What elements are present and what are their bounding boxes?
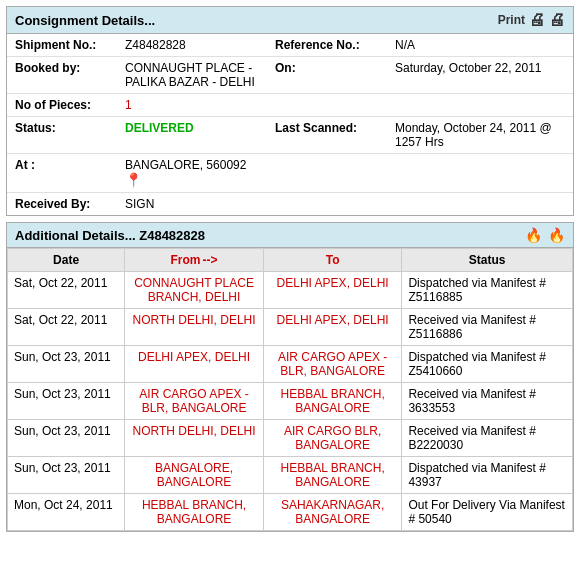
table-row: Mon, Oct 24, 2011HEBBAL BRANCH, BANGALOR… — [8, 494, 573, 531]
row-status: Dispatched via Manifest # Z5410660 — [402, 346, 573, 383]
row-status: Received via Manifest # 3633553 — [402, 383, 573, 420]
col-to-header: To — [263, 249, 402, 272]
pieces-label: No of Pieces: — [7, 94, 117, 117]
booked-by-label: Booked by: — [7, 57, 117, 94]
at-value: BANGALORE, 560092 📍 — [117, 154, 267, 193]
row-to: HEBBAL BRANCH, BANGALORE — [263, 457, 402, 494]
row-to: HEBBAL BRANCH, BANGALORE — [263, 383, 402, 420]
table-row: Sat, Oct 22, 2011CONNAUGHT PLACE BRANCH,… — [8, 272, 573, 309]
row-to: DELHI APEX, DELHI — [263, 309, 402, 346]
on-label: On: — [267, 57, 387, 94]
additional-title: Additional Details... Z48482828 — [15, 228, 205, 243]
table-row: Sun, Oct 23, 2011NORTH DELHI, DELHIAIR C… — [8, 420, 573, 457]
consignment-section: Consignment Details... Print 🖨 🖨 Shipmen… — [6, 6, 574, 216]
row-date: Sat, Oct 22, 2011 — [8, 272, 125, 309]
print-label: Print — [498, 13, 525, 27]
row-status: Out For Delivery Via Manifest # 50540 — [402, 494, 573, 531]
row-from: NORTH DELHI, DELHI — [125, 309, 264, 346]
print-icon2[interactable]: 🖨 — [549, 11, 565, 29]
printer-icon[interactable]: 🖨 — [529, 11, 545, 29]
last-scanned-label: Last Scanned: — [267, 117, 387, 154]
pieces-value: 1 — [117, 94, 267, 117]
at-row: At : BANGALORE, 560092 📍 — [7, 154, 573, 193]
reference-no-value: N/A — [387, 34, 573, 57]
row-to: SAHAKARNAGAR, BANGALORE — [263, 494, 402, 531]
row-from: BANGALORE, BANGALORE — [125, 457, 264, 494]
col-status-header: Status — [402, 249, 573, 272]
on-value: Saturday, October 22, 2011 — [387, 57, 573, 94]
flame-icon2: 🔥 — [548, 227, 565, 243]
row-from: NORTH DELHI, DELHI — [125, 420, 264, 457]
row-from: CONNAUGHT PLACE BRANCH, DELHI — [125, 272, 264, 309]
table-row: Sun, Oct 23, 2011AIR CARGO APEX - BLR, B… — [8, 383, 573, 420]
received-by-label: Received By: — [7, 193, 117, 216]
row-from: DELHI APEX, DELHI — [125, 346, 264, 383]
table-row: Sun, Oct 23, 2011BANGALORE, BANGALOREHEB… — [8, 457, 573, 494]
row-to: AIR CARGO BLR, BANGALORE — [263, 420, 402, 457]
row-date: Sat, Oct 22, 2011 — [8, 309, 125, 346]
reference-no-label: Reference No.: — [267, 34, 387, 57]
row-status: Dispatched via Manifest # Z5116885 — [402, 272, 573, 309]
row-from: HEBBAL BRANCH, BANGALORE — [125, 494, 264, 531]
details-table: Date From --> To Status Sat, Oct 22, 201… — [7, 248, 573, 531]
status-value: DELIVERED — [117, 117, 267, 154]
shipment-no-label: Shipment No.: — [7, 34, 117, 57]
received-row: Received By: SIGN — [7, 193, 573, 216]
status-label: Status: — [7, 117, 117, 154]
row-date: Sun, Oct 23, 2011 — [8, 457, 125, 494]
shipment-no-value: Z48482828 — [117, 34, 267, 57]
consignment-title: Consignment Details... — [15, 13, 155, 28]
pieces-row: No of Pieces: 1 — [7, 94, 573, 117]
row-date: Mon, Oct 24, 2011 — [8, 494, 125, 531]
header-icons: 🔥 🔥 — [525, 227, 565, 243]
row-from: AIR CARGO APEX - BLR, BANGALORE — [125, 383, 264, 420]
table-row: Sat, Oct 22, 2011NORTH DELHI, DELHIDELHI… — [8, 309, 573, 346]
row-status: Received via Manifest # Z5116886 — [402, 309, 573, 346]
table-header-row: Date From --> To Status — [8, 249, 573, 272]
additional-section: Additional Details... Z48482828 🔥 🔥 Date… — [6, 222, 574, 532]
status-row: Status: DELIVERED Last Scanned: Monday, … — [7, 117, 573, 154]
col-from-header: From --> — [125, 249, 264, 272]
booked-by-value: CONNAUGHT PLACE - PALIKA BAZAR - DELHI — [117, 57, 267, 94]
col-date-header: Date — [8, 249, 125, 272]
row-to: AIR CARGO APEX - BLR, BANGALORE — [263, 346, 402, 383]
pin-icon: 📍 — [125, 172, 142, 188]
table-row: Sun, Oct 23, 2011DELHI APEX, DELHIAIR CA… — [8, 346, 573, 383]
consignment-table: Shipment No.: Z48482828 Reference No.: N… — [7, 34, 573, 215]
row-date: Sun, Oct 23, 2011 — [8, 383, 125, 420]
print-area: Print 🖨 🖨 — [498, 11, 565, 29]
row-status: Dispatched via Manifest # 43937 — [402, 457, 573, 494]
booked-row: Booked by: CONNAUGHT PLACE - PALIKA BAZA… — [7, 57, 573, 94]
row-date: Sun, Oct 23, 2011 — [8, 346, 125, 383]
flame-icon1: 🔥 — [525, 227, 542, 243]
consignment-header: Consignment Details... Print 🖨 🖨 — [7, 7, 573, 34]
at-label: At : — [7, 154, 117, 193]
received-by-value: SIGN — [117, 193, 267, 216]
row-date: Sun, Oct 23, 2011 — [8, 420, 125, 457]
additional-header: Additional Details... Z48482828 🔥 🔥 — [7, 223, 573, 248]
row-to: DELHI APEX, DELHI — [263, 272, 402, 309]
shipment-row: Shipment No.: Z48482828 Reference No.: N… — [7, 34, 573, 57]
row-status: Received via Manifest # B2220030 — [402, 420, 573, 457]
last-scanned-value: Monday, October 24, 2011 @ 1257 Hrs — [387, 117, 573, 154]
